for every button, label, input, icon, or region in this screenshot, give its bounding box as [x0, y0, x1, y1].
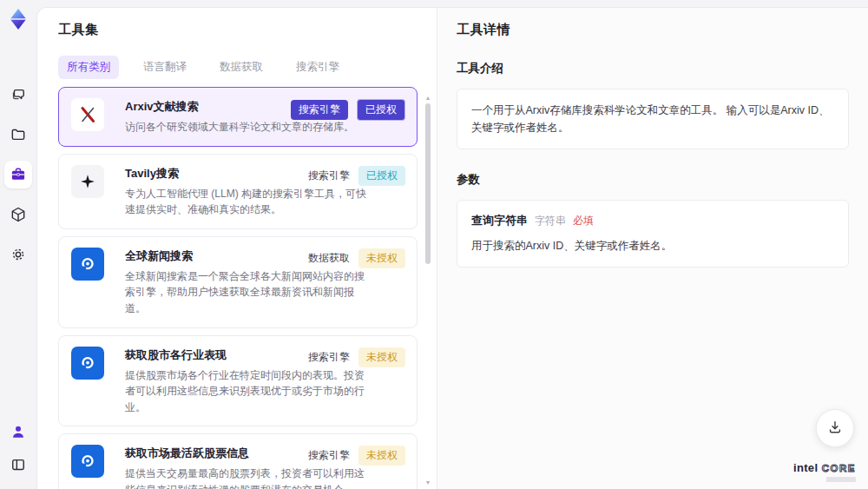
- category-badge: 搜索引擎: [308, 350, 350, 365]
- tool-description: 专为人工智能代理 (LLM) 构建的搜索引擎工具，可快速提供实时、准确和真实的结…: [125, 186, 370, 218]
- collapse-panel-button[interactable]: [4, 451, 32, 479]
- tool-name: Arxiv文献搜索: [125, 99, 307, 115]
- sidebar-item-settings[interactable]: [4, 241, 32, 268]
- sidebar: [0, 0, 36, 489]
- chat-icon: [10, 86, 27, 103]
- panel-icon: [10, 456, 27, 473]
- tool-name: 获取股市各行业表现: [125, 347, 307, 363]
- status-badge: 已授权: [358, 166, 405, 186]
- app-root: 工具集 所有类别语言翻译数据获取搜索引擎 Arxiv文献搜索 访问各个研究领域大…: [0, 0, 868, 489]
- intel-core-sub-badge: [826, 477, 856, 482]
- intro-text: 一个用于从Arxiv存储库搜索科学论文和文章的工具。 输入可以是Arxiv ID…: [471, 102, 834, 136]
- scroll-up-icon[interactable]: ▲: [424, 95, 431, 101]
- tool-description: 访问各个研究领域大量科学论文和文章的存储库。: [125, 119, 354, 135]
- status-badge: 未授权: [358, 347, 405, 367]
- sidebar-item-chat[interactable]: [4, 81, 32, 109]
- tool-card[interactable]: 获取股市各行业表现 提供股票市场各个行业在特定时间段内的表现。投资者可以利用这些…: [58, 335, 418, 427]
- category-badge: 搜索引擎: [291, 100, 348, 120]
- tool-description: 全球新闻搜索是一个聚合全球各大新闻网站内容的搜索引擎，帮助用户快速获取全球最新资…: [125, 268, 370, 317]
- intel-wordmark: intel: [793, 461, 818, 474]
- param-type: 字符串: [535, 214, 566, 228]
- tool-card[interactable]: Tavily搜索 专为人工智能代理 (LLM) 构建的搜索引擎工具，可快速提供实…: [58, 154, 418, 229]
- user-avatar-button[interactable]: [4, 418, 32, 446]
- tool-list-pane: 工具集 所有类别语言翻译数据获取搜索引擎 Arxiv文献搜索 访问各个研究领域大…: [37, 8, 437, 489]
- download-icon: [826, 419, 844, 439]
- tool-name: Tavily搜索: [125, 166, 307, 182]
- tool-card[interactable]: 获取市场最活跃股票信息 提供当天交易量最高的股票列表，投资者可以利用这些信息来识…: [58, 433, 418, 489]
- user-icon: [10, 423, 27, 440]
- tool-card[interactable]: Arxiv文献搜索 访问各个研究领域大量科学论文和文章的存储库。 搜索引擎 已授…: [58, 87, 418, 147]
- status-badge: 未授权: [358, 248, 405, 268]
- tool-description: 提供股票市场各个行业在特定时间段内的表现。投资者可以利用这些信息来识别表现优于或…: [125, 367, 370, 416]
- intel-core-logo: intel core: [793, 460, 856, 482]
- tab-所有类别[interactable]: 所有类别: [58, 56, 119, 79]
- param-header: 查询字符串 字符串 必填: [471, 213, 834, 228]
- sparkle-icon: [71, 165, 104, 198]
- globe-news-icon: [71, 445, 104, 478]
- scrollbar[interactable]: ▲ ▼: [424, 95, 432, 486]
- core-wordmark: core: [822, 463, 856, 473]
- tool-details-pane: 工具详情 工具介绍 一个用于从Arxiv存储库搜索科学论文和文章的工具。 输入可…: [437, 8, 868, 489]
- tab-语言翻译[interactable]: 语言翻译: [135, 56, 195, 79]
- scroll-down-icon[interactable]: ▼: [424, 479, 431, 486]
- sidebar-item-tools[interactable]: [4, 161, 32, 188]
- globe-news-icon: [71, 248, 104, 281]
- tab-数据获取[interactable]: 数据获取: [211, 56, 272, 79]
- intro-box: 一个用于从Arxiv存储库搜索科学论文和文章的工具。 输入可以是Arxiv ID…: [457, 89, 849, 149]
- folder-icon: [10, 126, 27, 143]
- tool-list: Arxiv文献搜索 访问各个研究领域大量科学论文和文章的存储库。 搜索引擎 已授…: [58, 87, 437, 489]
- category-badge: 搜索引擎: [308, 448, 350, 463]
- param-box: 查询字符串 字符串 必填 用于搜索的Arxiv ID、关键字或作者姓名。: [457, 200, 849, 268]
- category-badge: 数据获取: [308, 251, 350, 266]
- download-button[interactable]: [816, 409, 854, 447]
- scrollbar-thumb[interactable]: [425, 103, 431, 264]
- tool-name: 获取市场最活跃股票信息: [125, 446, 307, 461]
- details-title: 工具详情: [457, 22, 849, 38]
- main-panel: 工具集 所有类别语言翻译数据获取搜索引擎 Arxiv文献搜索 访问各个研究领域大…: [36, 7, 868, 489]
- category-badge: 搜索引擎: [308, 169, 350, 183]
- cube-icon: [10, 206, 27, 223]
- tab-搜索引擎[interactable]: 搜索引擎: [287, 56, 348, 79]
- status-badge: 未授权: [358, 446, 405, 466]
- param-name: 查询字符串: [471, 213, 528, 228]
- globe-news-icon: [71, 347, 104, 380]
- param-required-badge: 必填: [573, 214, 594, 228]
- category-tabs: 所有类别语言翻译数据获取搜索引擎: [58, 56, 437, 78]
- sidebar-bottom: [4, 418, 32, 479]
- param-description: 用于搜索的Arxiv ID、关键字或作者姓名。: [471, 237, 834, 254]
- sidebar-nav: [4, 81, 32, 268]
- tool-card[interactable]: 全球新闻搜索 全球新闻搜索是一个聚合全球各大新闻网站内容的搜索引擎，帮助用户快速…: [58, 236, 418, 328]
- toolbox-icon: [10, 166, 27, 183]
- params-heading: 参数: [457, 172, 849, 188]
- intro-heading: 工具介绍: [457, 61, 849, 76]
- sidebar-item-files[interactable]: [4, 121, 32, 149]
- arxiv-icon: [71, 98, 104, 131]
- tool-description: 提供当天交易量最高的股票列表，投资者可以利用这些信息来识别流动性强的股票和潜在的…: [125, 466, 370, 489]
- settings-icon: [10, 246, 27, 263]
- app-logo-icon[interactable]: [7, 8, 30, 30]
- tool-name: 全球新闻搜索: [125, 248, 307, 264]
- status-badge: 已授权: [357, 99, 405, 121]
- page-title: 工具集: [58, 22, 437, 38]
- sidebar-item-packages[interactable]: [4, 201, 32, 228]
